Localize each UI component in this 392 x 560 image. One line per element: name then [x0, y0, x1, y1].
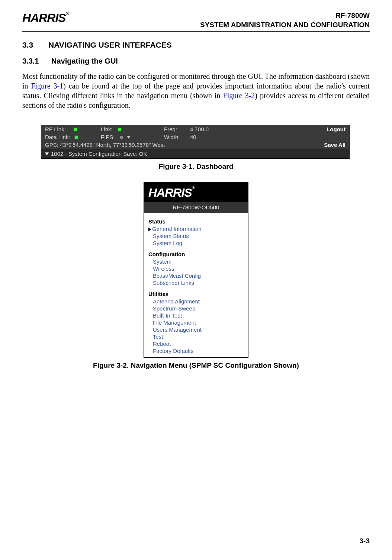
figure-2-caption: Figure 3-2. Navigation Menu (SPMP SC Con…: [22, 361, 370, 370]
navigation-menu-figure: HARRIS® RF-7800W-OU500 Status General In…: [144, 182, 248, 358]
link-label: Link:: [101, 126, 113, 132]
brand-logo: HARRIS®: [22, 11, 69, 25]
page-header: HARRIS® RF-7800W SYSTEM ADMINISTRATION A…: [22, 11, 370, 32]
xref-figure-3-1[interactable]: Figure 3-1: [31, 82, 63, 90]
xref-figure-3-2[interactable]: Figure 3-2: [223, 91, 255, 100]
doc-title: SYSTEM ADMINISTRATION AND CONFIGURATION: [200, 20, 370, 30]
save-all-link[interactable]: Save All: [324, 142, 346, 148]
data-link-label: Data Link:: [45, 134, 70, 140]
freq-value: 4,700.0: [190, 126, 209, 132]
nav-item-general-information[interactable]: General Information: [147, 225, 245, 232]
nav-item-wireless[interactable]: Wireless: [147, 265, 245, 272]
fips-label: FIPS:: [101, 134, 115, 140]
fips-led-icon: [120, 136, 123, 139]
nav-item-reboot[interactable]: Reboot: [147, 340, 245, 347]
section-major-title: NAVIGATING USER INTERFACES: [48, 41, 172, 49]
nav-item-system-status[interactable]: System Status: [147, 232, 245, 239]
nav-item-antenna-alignment[interactable]: Antenna Alignment: [147, 298, 245, 305]
section-heading-major: 3.3NAVIGATING USER INTERFACES: [22, 41, 370, 49]
logout-link[interactable]: Logout: [327, 126, 346, 132]
model-number: RF-7800W: [200, 11, 370, 20]
freq-label: Freq:: [164, 126, 177, 132]
nav-model-label: RF-7800W-OU500: [144, 202, 248, 213]
gps-readout: GPS: 43°9'54.4428" North, 77°33'59.2578"…: [45, 142, 165, 148]
registered-icon: ®: [192, 186, 194, 190]
section-minor-num: 3.3.1: [22, 57, 51, 65]
nav-brand-logo: HARRIS®: [144, 182, 248, 202]
nav-group-configuration: Configuration: [148, 251, 245, 257]
nav-group-status: Status: [148, 218, 245, 225]
nav-item-test[interactable]: Test: [147, 333, 245, 340]
message-expand-icon[interactable]: [45, 152, 49, 155]
figure-1-caption: Figure 3-1. Dashboard: [22, 162, 370, 171]
nav-item-bcast-mcast-config[interactable]: Bcast/Mcast Config: [147, 272, 245, 279]
rf-link-label: RF Link:: [45, 126, 66, 132]
nav-item-system-log[interactable]: System Log: [147, 239, 245, 247]
width-label: Width:: [164, 134, 180, 140]
body-paragraph: Most functionality of the radio can be c…: [22, 71, 370, 110]
section-heading-minor: 3.3.1Navigating the GUI: [22, 57, 370, 65]
width-value: 40: [190, 134, 196, 140]
nav-item-spectrum-sweep[interactable]: Spectrum Sweep: [147, 305, 245, 312]
data-link-led-icon: [75, 136, 78, 139]
brand-text: HARRIS: [22, 11, 66, 25]
nav-item-subscriber-links[interactable]: Subscriber Links: [147, 279, 245, 286]
nav-item-users-management[interactable]: Users Management: [147, 326, 245, 333]
nav-item-file-management[interactable]: File Management: [147, 319, 245, 326]
nav-group-utilities: Utilities: [148, 291, 245, 297]
dashboard-figure: RF Link: Link: Freq: 4,700.0 Logout Data…: [41, 125, 350, 159]
nav-item-system[interactable]: System: [147, 258, 245, 265]
section-minor-title: Navigating the GUI: [51, 57, 118, 65]
active-marker-icon: [148, 228, 151, 231]
registered-icon: ®: [66, 11, 69, 16]
nav-item-factory-defaults[interactable]: Factory Defaults: [147, 347, 245, 354]
status-message: 1002 - System Configuration Save: OK: [51, 151, 147, 157]
rf-link-led-icon: [74, 128, 77, 131]
fips-dropdown-icon[interactable]: [127, 136, 131, 139]
nav-item-built-in-test[interactable]: Built-In Test: [147, 312, 245, 319]
page-number: 3-3: [360, 537, 370, 545]
link-led-icon: [118, 128, 121, 131]
section-major-num: 3.3: [22, 41, 48, 49]
header-right: RF-7800W SYSTEM ADMINISTRATION AND CONFI…: [200, 11, 370, 29]
